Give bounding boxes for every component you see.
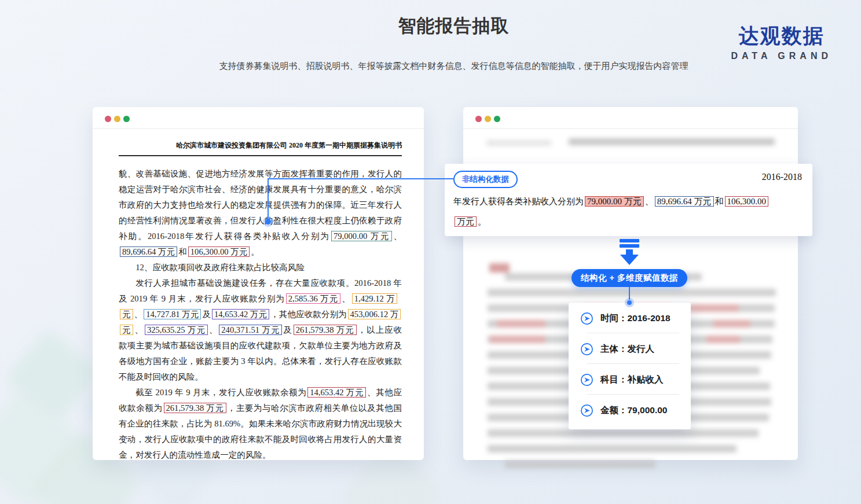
- brand-logo: 达观数据 DATA GRAND: [731, 24, 832, 61]
- doc-text-run: 、: [209, 325, 218, 334]
- arrow-circle-icon: [580, 404, 593, 417]
- doc-paragraph: 12、应收款项回收及政府往来款占比较高风险: [119, 260, 402, 275]
- source-document-window: 哈尔滨市城市建设投资集团有限公司 2020 年度第一期中期票据募集说明书 貌、改…: [93, 107, 424, 460]
- unstructured-data-tag[interactable]: 非结构化数据: [453, 171, 518, 188]
- field-label: 时间：: [600, 313, 628, 323]
- field-row-time: 时间：2016-2018: [569, 304, 691, 333]
- field-row-account: 科目：补贴收入: [569, 365, 691, 394]
- extracted-value: 万元: [455, 216, 477, 227]
- doc-text-run: 年发行人获得各类补贴收入分别为: [453, 197, 584, 206]
- document-header: 哈尔滨市城市建设投资集团有限公司 2020 年度第一期中期票据募集说明书: [119, 141, 402, 156]
- arrow-circle-icon: [580, 373, 593, 387]
- unstructured-snippet-card: 非结构化数据 2016-2018 年发行人获得各类补贴收入分别为79,000.0…: [445, 164, 812, 236]
- doc-text-run: 、: [393, 231, 402, 241]
- extracted-value: 89,696.64 万元: [120, 247, 177, 257]
- anchor-dot: [627, 300, 632, 305]
- transform-arrow-icon: [614, 239, 644, 268]
- extracted-value: 14,653.42 万元: [212, 309, 269, 319]
- divider: [587, 363, 679, 364]
- doc-text-run: 。: [478, 217, 486, 226]
- doc-paragraph: 截至 2019 年 9 月末，发行人应收账款余额为14,653.42 万元、其他…: [119, 385, 402, 463]
- doc-text-run: ，其他应收款分别为: [270, 310, 346, 319]
- window-minimize-icon: [114, 116, 120, 122]
- extracted-value: 79,000.00 万元: [585, 196, 644, 207]
- doc-text-run: 、: [342, 294, 350, 303]
- extracted-value: 240,371.51 万元: [219, 325, 282, 335]
- extracted-value: 325,635.25 万元: [145, 325, 208, 335]
- extracted-value: 2,585.36 万元: [286, 293, 341, 304]
- extracted-value: 106,300.00: [725, 196, 769, 207]
- field-value: 补贴收入: [628, 374, 664, 384]
- snippet-sentence: 年发行人获得各类补贴收入分别为79,000.00 万元、89,696.64 万元…: [453, 192, 804, 232]
- connector-line-horizontal: [268, 178, 455, 179]
- window-close-icon: [475, 116, 482, 122]
- doc-paragraph: 发行人承担城市基础设施建设任务，存在大量应收款项。2016-2018 年及 20…: [119, 275, 402, 385]
- arrow-circle-icon: [580, 343, 593, 356]
- extracted-value: 261,579.38 万元: [294, 325, 357, 335]
- extracted-value: 106,300.00 万元: [188, 247, 250, 257]
- extracted-value: 14,653.42 万元: [307, 387, 366, 398]
- window-minimize-icon: [485, 116, 491, 122]
- field-label: 金额：: [600, 405, 628, 415]
- field-label: 主体：: [600, 344, 628, 354]
- doc-text-run: 、: [645, 197, 654, 206]
- doc-text-run: 。: [251, 247, 259, 256]
- divider: [587, 394, 679, 395]
- window-close-icon: [105, 116, 111, 122]
- extracted-value: 14,727.81 万元: [144, 309, 201, 319]
- field-label: 科目：: [600, 374, 628, 384]
- field-value: 发行人: [628, 344, 655, 354]
- doc-text-run: 和: [178, 247, 187, 256]
- doc-text-run: 及: [202, 310, 211, 319]
- doc-text-run: 貌、改善基础设施、促进地方经济发展等方面发挥着重要的作用，发行人的稳定运营对于哈…: [119, 169, 402, 241]
- doc-text-run: 、: [134, 310, 143, 319]
- document-text: 貌、改善基础设施、促进地方经济发展等方面发挥着重要的作用，发行人的稳定运营对于哈…: [119, 166, 402, 463]
- divider: [587, 333, 679, 333]
- page: { "header": { "title": "智能报告抽取", "subtit…: [0, 0, 861, 504]
- structured-fields-card: 时间：2016-2018 主体：发行人 科目：补贴收入 金额：79,000.00: [569, 303, 691, 429]
- window-zoom-icon: [123, 116, 130, 122]
- window-titlebar: [93, 107, 424, 129]
- doc-text-run: 截至 2019 年 9 月末，发行人应收账款余额为: [135, 388, 306, 397]
- anchor-dot: [265, 219, 271, 225]
- doc-text-run: 和: [715, 197, 724, 206]
- structured-data-tag[interactable]: 结构化 + 多维度赋值数据: [571, 269, 687, 287]
- extracted-value: 261,579.38 万元: [164, 403, 226, 413]
- brand-logo-cn: 达观数据: [731, 24, 832, 47]
- field-row-subject: 主体：发行人: [569, 334, 691, 363]
- doc-text-run: 12、应收款项回收及政府往来款占比较高风险: [135, 263, 305, 272]
- window-titlebar: [463, 107, 798, 129]
- field-value: 79,000.00: [628, 405, 668, 415]
- window-zoom-icon: [494, 116, 500, 122]
- field-value: 2016-2018: [628, 313, 671, 323]
- brand-logo-en: DATA GRAND: [731, 51, 832, 61]
- arrow-circle-icon: [580, 312, 593, 325]
- page-subtitle: 支持债券募集说明书、招股说明书、年报等披露文档中财务信息、发行信息等信息的智能抽…: [46, 61, 861, 72]
- field-row-amount: 金额：79,000.00: [569, 396, 691, 425]
- snippet-year: 2016-2018: [762, 172, 802, 182]
- doc-paragraph: 貌、改善基础设施、促进地方经济发展等方面发挥着重要的作用，发行人的稳定运营对于哈…: [119, 166, 402, 260]
- connector-line-vertical: [268, 178, 269, 219]
- doc-text-run: 及: [283, 325, 292, 334]
- extracted-value: 79,000.00 万元: [331, 231, 392, 241]
- doc-text-run: 、: [134, 325, 143, 334]
- extracted-value: 89,696.64 万元: [655, 196, 714, 207]
